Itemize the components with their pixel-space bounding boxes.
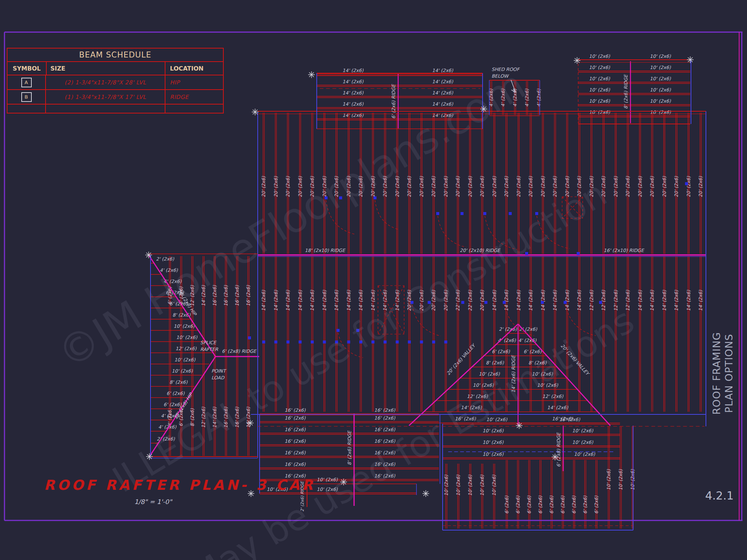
beam-location-b: RIDGE [165, 90, 223, 104]
plan-text: 14' (2x6) [686, 290, 691, 311]
plan-text: 12' (2x6) [589, 290, 594, 311]
table-row: A (2) 1-3/4"x11-7/8"X 28' LVL HIP [7, 75, 223, 90]
plan-text: 10' (2x6) [172, 368, 193, 374]
plan-text: 14' (2x6) [334, 290, 339, 311]
plan-text: 20' (2x6) [698, 176, 703, 197]
connector-square [564, 301, 567, 304]
plan-text: 16' (2x6) [374, 415, 396, 421]
plan-text: 16' (2x6) [374, 407, 396, 413]
plan-text: 16' (2x6) [285, 450, 306, 455]
plan-text: 20' (2x6) [406, 176, 412, 197]
connector-square [484, 301, 487, 304]
plan-text: 14' (2x6) [358, 290, 363, 311]
plan-text: 20' (2x6) [455, 176, 461, 197]
plan-text: 16' (2x6) [285, 415, 306, 421]
plan-text: 10' (2x6) [606, 469, 611, 490]
connector-square [503, 301, 506, 304]
plan-text: 2' (2x6) [156, 256, 175, 262]
plan-text: 12' (2x6) [542, 393, 564, 399]
plan-text: 10' (2x6) [650, 98, 671, 104]
plan-text: 10' (2x6) [650, 109, 671, 115]
beam-schedule-header-row: SYMBOL SIZE LOCATION [7, 62, 223, 75]
plan-text: 4' (2x6) [536, 88, 542, 107]
plan-text: 10' (2x6) [574, 451, 595, 457]
plan-text: 14' (2x6) [342, 79, 364, 84]
plan-text: 16' (2x6) [559, 417, 580, 422]
connector-square [577, 252, 580, 255]
plan-text: 20' (2x6) [431, 176, 436, 197]
plan-text: 6' (2x6) [571, 495, 577, 514]
plan-text: 14' (2x6) [637, 290, 643, 311]
plan-text: 20' (2x6) [273, 176, 279, 197]
connector-square [420, 340, 423, 343]
plan-text: 16' (2x6) [285, 407, 306, 413]
connector-square [461, 301, 464, 304]
connector-square [509, 212, 512, 215]
plan-text: 14' (2x6) [432, 90, 453, 96]
connector-square [444, 340, 447, 343]
plan-text: 16' (2x10) RIDGE [604, 248, 645, 253]
plan-text: 10' (2x6) [650, 53, 671, 59]
connector-square [432, 340, 435, 343]
plan-text: SPLICE [200, 340, 217, 345]
beam-symbol-a: A [21, 78, 32, 87]
plan-text: 6' (2x6) [526, 495, 532, 514]
plan-text: 20' (2x6) [479, 176, 485, 197]
connector-square [541, 301, 544, 304]
beam-size-a: (2) 1-3/4"x11-7/8"X 28' LVL [46, 75, 165, 89]
connector-square [275, 340, 278, 343]
plan-text: 14' (2x6) [342, 68, 364, 73]
plan-text: 12' (2x6) [176, 346, 197, 351]
plan-text: 14' (2x6) [342, 101, 364, 107]
plan-text: 14' (2x6) [516, 290, 521, 311]
plan-text: 8' (2x6) RIDGE [623, 74, 629, 109]
column-header-size: SIZE [46, 62, 165, 75]
plan-text: 10' (2x6) [176, 335, 198, 340]
plan-text: 14' (2x6) [432, 79, 453, 84]
plan-text: 16' (2x6) [285, 438, 306, 444]
plan-text: 16' (2x6) [223, 285, 229, 306]
plan-text: 10' (2x6) [467, 475, 473, 496]
plan-text: 10' (2x6) [589, 109, 610, 115]
plan-text: RAFTER [200, 346, 218, 352]
plan-text: 6' (2x6) [593, 495, 599, 514]
beam-location-a: HIP [165, 75, 223, 89]
plan-text: 14' (2x6) [564, 290, 570, 311]
plan-text: 10' (2x6) [650, 76, 671, 81]
plan-text: POINT [211, 368, 226, 374]
plan-text: 20' (2x6) [637, 176, 643, 197]
plan-text: 6' (2x6) [504, 495, 509, 514]
plan-text: 14' (2x6) [273, 290, 279, 311]
plan-text: 6' (2x6) [582, 495, 588, 514]
plan-text: 10' (2x6) [174, 323, 195, 329]
plan-text: 8' (2x6) [486, 360, 505, 365]
plan-text: 10' (2x6) [479, 475, 485, 496]
plan-text: 10' (2x6) [589, 65, 610, 70]
dashed-arc [438, 216, 466, 247]
plan-text: 14' (2x6) [503, 290, 509, 311]
plan-text: 20' (2x6) [492, 176, 497, 197]
plan-text: 10' (2x6) [572, 439, 593, 445]
drawing-scale: 1/8" = 1'-0" [105, 498, 202, 505]
plan-text: 10' (2x6) [483, 439, 504, 445]
plan-text: 14' (2x6) [261, 290, 266, 311]
plan-text: LOAD [211, 375, 225, 380]
plan-text: 20' (2x6) [443, 176, 449, 197]
plan-text: 20' (2x6) [686, 176, 691, 197]
plan-text: 10' (2x6) [174, 357, 196, 363]
connector-square [408, 340, 411, 343]
plan-text: 14' (2x6) [698, 290, 703, 311]
plan-text: 20' (2x6) [673, 176, 679, 197]
plan-text: 10' (2x6) [650, 65, 671, 70]
beam-symbol-b: B [21, 92, 32, 102]
plan-text: 6' (2x6) [560, 495, 565, 514]
plan-text: 20' (2x6) [528, 176, 533, 197]
plan-text: 6' (2x6) [549, 495, 554, 514]
plan-text: 14' (2x6) [297, 290, 303, 311]
plan-text: 14' (2x6) [649, 290, 655, 311]
plan-text: 20' (2x6) [625, 176, 630, 197]
plan-text: 10' (2x6) [491, 475, 497, 496]
connector-square [685, 182, 688, 185]
side-label-line1: ROOF FRAMING [710, 325, 723, 422]
plan-text: 2' (2x6) [519, 326, 538, 332]
